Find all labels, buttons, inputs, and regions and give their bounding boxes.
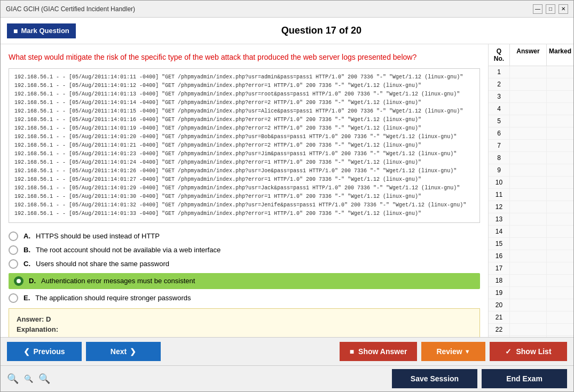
log-line: 192.168.56.1 - - [05/Aug/2011:14:01:20 -… bbox=[14, 133, 474, 141]
sidebar-row[interactable]: 16 bbox=[489, 250, 573, 262]
option-item[interactable]: B. The root account should not be availa… bbox=[9, 245, 480, 255]
end-exam-button[interactable]: End Exam bbox=[482, 369, 567, 388]
sidebar-row[interactable]: 21 bbox=[489, 311, 573, 324]
option-text: The root account should not be available… bbox=[36, 246, 221, 254]
sidebar-qno: 13 bbox=[489, 213, 510, 225]
question-text: What step would mitigate the risk of the… bbox=[9, 52, 480, 63]
sidebar-row[interactable]: 8 bbox=[489, 152, 573, 164]
zoom-in-button[interactable]: 🔍 bbox=[38, 373, 50, 385]
sidebar-marked bbox=[547, 140, 573, 151]
sidebar-marked bbox=[547, 103, 573, 115]
sidebar-row[interactable]: 7 bbox=[489, 140, 573, 152]
sidebar-qno: 19 bbox=[489, 287, 510, 299]
option-radio[interactable] bbox=[9, 293, 18, 303]
option-item[interactable]: A. HTTPS should be used instead of HTTP bbox=[9, 231, 480, 241]
minimize-button[interactable]: — bbox=[533, 4, 542, 14]
sidebar-marked bbox=[547, 262, 573, 274]
sidebar-answer bbox=[510, 213, 547, 225]
sidebar-row[interactable]: 17 bbox=[489, 262, 573, 275]
close-button[interactable]: ✕ bbox=[559, 4, 568, 14]
previous-label: Previous bbox=[33, 347, 65, 356]
option-label: A. bbox=[23, 232, 30, 240]
sidebar-row[interactable]: 3 bbox=[489, 91, 573, 103]
log-line: 192.168.56.1 - - [05/Aug/2011:14:01:33 -… bbox=[14, 210, 474, 218]
sidebar-answer bbox=[510, 66, 547, 78]
option-text: HTTPS should be used instead of HTTP bbox=[36, 232, 160, 240]
log-line: 192.168.56.1 - - [05/Aug/2011:14:01:16 -… bbox=[14, 116, 474, 124]
arrow-right-icon bbox=[130, 347, 136, 356]
sidebar-qno: 22 bbox=[489, 324, 510, 335]
sidebar-marked bbox=[547, 201, 573, 213]
content-area: What step would mitigate the risk of the… bbox=[1, 44, 488, 337]
log-line: 192.168.56.1 - - [05/Aug/2011:14:01:12 -… bbox=[14, 82, 474, 90]
sidebar-qno: 6 bbox=[489, 127, 510, 139]
sidebar-row[interactable]: 18 bbox=[489, 275, 573, 287]
save-session-button[interactable]: Save Session bbox=[392, 369, 477, 388]
sidebar-row[interactable]: 19 bbox=[489, 287, 573, 299]
sidebar-qno: 5 bbox=[489, 115, 510, 127]
sidebar-qno: 21 bbox=[489, 311, 510, 323]
option-radio[interactable] bbox=[9, 231, 18, 241]
log-line: 192.168.56.1 - - [05/Aug/2011:14:01:14 -… bbox=[14, 99, 474, 107]
log-line: 192.168.56.1 - - [05/Aug/2011:14:01:32 -… bbox=[14, 201, 474, 210]
sidebar-row[interactable]: 4 bbox=[489, 103, 573, 115]
sidebar-row[interactable]: 11 bbox=[489, 189, 573, 201]
sidebar-row[interactable]: 1 bbox=[489, 66, 573, 78]
sidebar-answer bbox=[510, 299, 547, 311]
sidebar-answer bbox=[510, 311, 547, 323]
show-answer-label: Show Answer bbox=[358, 347, 407, 356]
sidebar-qno: 17 bbox=[489, 262, 510, 274]
show-answer-button[interactable]: ■ Show Answer bbox=[340, 342, 417, 361]
next-button[interactable]: Next bbox=[86, 342, 161, 361]
zoom-reset-button[interactable]: 🔍 bbox=[24, 374, 33, 383]
sidebar-row[interactable]: 10 bbox=[489, 177, 573, 189]
save-session-label: Save Session bbox=[411, 374, 459, 383]
log-box: 192.168.56.1 - - [05/Aug/2011:14:01:11 -… bbox=[9, 68, 480, 223]
option-item[interactable]: E. The application should require strong… bbox=[9, 293, 480, 303]
bottom-bar: Previous Next ■ Show Answer Review ▼ ✓ S… bbox=[1, 337, 573, 365]
sidebar-marked bbox=[547, 250, 573, 262]
arrow-left-icon bbox=[23, 347, 30, 356]
option-text: The application should require stronger … bbox=[35, 294, 191, 302]
log-line: 192.168.56.1 - - [05/Aug/2011:14:01:26 -… bbox=[14, 167, 474, 175]
previous-button[interactable]: Previous bbox=[7, 342, 82, 361]
review-label: Review bbox=[436, 347, 462, 356]
sidebar-row[interactable]: 12 bbox=[489, 201, 573, 213]
toolbar: ■ Mark Question Question 17 of 20 bbox=[1, 18, 573, 44]
option-radio[interactable] bbox=[14, 276, 23, 286]
sidebar-row[interactable]: 22 bbox=[489, 324, 573, 336]
review-button[interactable]: Review ▼ bbox=[421, 342, 485, 361]
end-exam-label: End Exam bbox=[506, 374, 542, 383]
sidebar-qno: 12 bbox=[489, 201, 510, 213]
log-line: 192.168.56.1 - - [05/Aug/2011:14:01:24 -… bbox=[14, 158, 474, 167]
maximize-button[interactable]: □ bbox=[546, 4, 555, 14]
option-item[interactable]: C. Users should not share the same passw… bbox=[9, 259, 480, 269]
main-area: What step would mitigate the risk of the… bbox=[1, 44, 573, 337]
sidebar-row[interactable]: 15 bbox=[489, 238, 573, 250]
sidebar-row[interactable]: 2 bbox=[489, 78, 573, 91]
sidebar-row[interactable]: 20 bbox=[489, 299, 573, 311]
sidebar-answer bbox=[510, 103, 547, 115]
sidebar-qno: 18 bbox=[489, 275, 510, 286]
sidebar-answer bbox=[510, 238, 547, 250]
sidebar-row[interactable]: 9 bbox=[489, 164, 573, 177]
option-radio[interactable] bbox=[9, 245, 18, 255]
sidebar-row[interactable]: 5 bbox=[489, 115, 573, 127]
zoom-out-button[interactable]: 🔍 bbox=[7, 373, 19, 385]
window-title: GIAC GCIH (GIAC Certified Incident Handl… bbox=[6, 5, 135, 13]
show-list-button[interactable]: ✓ Show List bbox=[490, 342, 567, 361]
option-item[interactable]: D. Authentication error messages must be… bbox=[9, 273, 480, 289]
sidebar-row[interactable]: 6 bbox=[489, 127, 573, 140]
mark-question-button[interactable]: ■ Mark Question bbox=[7, 23, 76, 38]
sidebar-marked bbox=[547, 324, 573, 335]
review-dropdown-icon: ▼ bbox=[465, 348, 470, 355]
sidebar-marked bbox=[547, 275, 573, 286]
checkbox-icon: ■ bbox=[350, 347, 354, 356]
sidebar-qno: 14 bbox=[489, 226, 510, 237]
sidebar-answer bbox=[510, 177, 547, 188]
sidebar-row[interactable]: 14 bbox=[489, 226, 573, 238]
option-text: Users should not share the same password bbox=[36, 260, 169, 268]
sidebar-marked bbox=[547, 189, 573, 201]
option-radio[interactable] bbox=[9, 259, 18, 269]
sidebar-row[interactable]: 13 bbox=[489, 213, 573, 226]
